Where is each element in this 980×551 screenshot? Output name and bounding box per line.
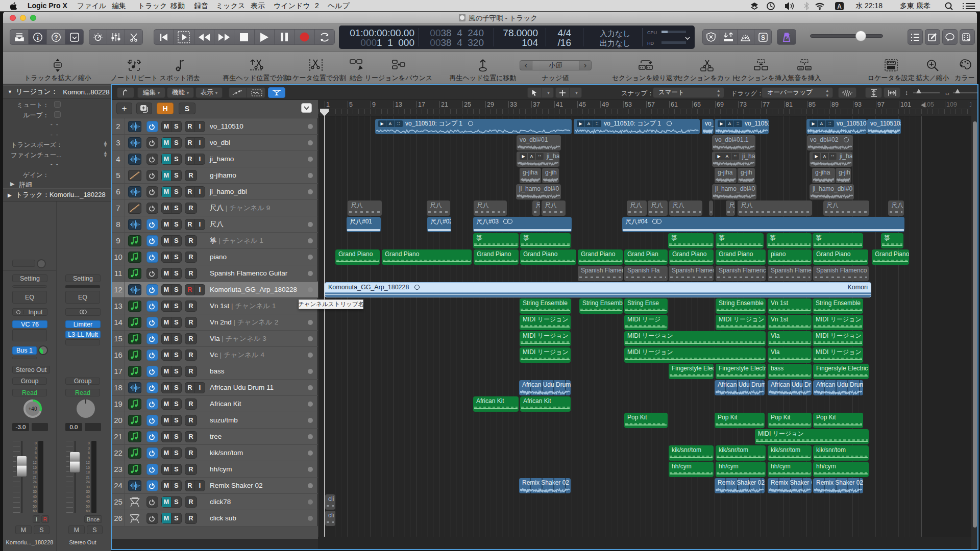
svg-text:A: A	[837, 3, 842, 10]
svg-text:S: S	[761, 34, 765, 41]
svg-text:?: ?	[54, 34, 58, 41]
svg-text:i: i	[37, 34, 39, 41]
